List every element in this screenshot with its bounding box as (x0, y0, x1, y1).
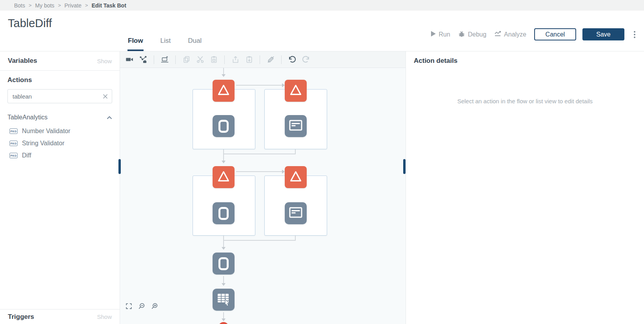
record-video-icon[interactable] (125, 55, 134, 64)
copy-icon[interactable] (182, 55, 191, 64)
error-handler-node[interactable] (285, 80, 307, 102)
paste-icon[interactable] (209, 55, 218, 64)
capture-process-icon[interactable] (139, 55, 147, 64)
triggers-show-link[interactable]: Show (97, 313, 112, 320)
toolbar-separator (224, 55, 225, 64)
kebab-menu-icon[interactable] (631, 29, 638, 40)
debug-button[interactable]: Debug (458, 30, 486, 39)
actions-title: Actions (7, 76, 112, 84)
flow-arrowhead (222, 283, 226, 286)
canvas-toolbar (120, 51, 406, 68)
flow-diagram (120, 68, 406, 324)
variables-section: Variables Show (0, 51, 120, 71)
action-details-empty-message: Select an action in the flow or list vie… (414, 98, 636, 104)
flow-connector (223, 236, 224, 247)
page-title: TableDiff (8, 17, 52, 30)
run-button[interactable]: Run (430, 31, 450, 38)
end-error-node[interactable] (218, 322, 229, 324)
breadcrumb-current: Edit Task Bot (91, 2, 126, 9)
tab-list[interactable]: List (160, 37, 171, 51)
cancel-button[interactable]: Cancel (534, 28, 576, 40)
step-node[interactable] (213, 253, 235, 275)
flow-arrowhead (282, 170, 285, 174)
step-icon (218, 257, 229, 270)
undo-icon[interactable] (288, 55, 297, 64)
message-box-node[interactable] (285, 115, 307, 137)
view-tabs: Flow List Dual (127, 37, 202, 51)
package-icon: PKG (9, 128, 18, 134)
clear-x-icon[interactable] (102, 93, 109, 100)
flow-connector (224, 154, 296, 154)
error-triangle-icon (216, 82, 231, 99)
message-box-node[interactable] (285, 202, 307, 224)
left-panel: Variables Show Actions TableAnalytics PK… (0, 51, 120, 324)
error-handler-node[interactable] (213, 80, 235, 102)
variables-title: Variables (8, 57, 37, 65)
step-node[interactable] (213, 115, 235, 137)
flow-arrowhead (222, 319, 226, 321)
step-icon (218, 207, 229, 220)
toolbar-separator (154, 55, 154, 64)
action-item-label: String Validator (22, 140, 64, 147)
run-label: Run (439, 31, 450, 38)
breadcrumb-item-bots[interactable]: Bots (14, 2, 25, 9)
action-item-number-validator[interactable]: PKG Number Validator (7, 126, 112, 136)
action-details-panel: Action details Select an action in the f… (406, 51, 644, 324)
bot-editor-page: Bots > My bots > Private > Edit Task Bot… (0, 0, 644, 324)
flow-arrowhead (222, 74, 226, 77)
redo-icon[interactable] (302, 55, 310, 64)
flow-connector (236, 85, 282, 86)
action-details-title: Action details (414, 57, 636, 65)
debug-label: Debug (468, 31, 486, 38)
triggers-section: Triggers Show (0, 309, 120, 324)
cut-icon[interactable] (196, 55, 204, 64)
play-icon (430, 31, 436, 38)
toolbar-separator (260, 55, 260, 64)
package-icon: PKG (9, 153, 18, 158)
toolbar-separator (175, 55, 176, 64)
error-handler-node[interactable] (213, 166, 235, 188)
package-group-tableanalytics[interactable]: TableAnalytics (7, 114, 112, 121)
flow-connector (236, 171, 282, 172)
error-triangle-icon (216, 168, 231, 186)
header: TableDiff Flow List Dual Run Debu (0, 11, 644, 51)
actions-search-input[interactable] (7, 89, 112, 103)
zoom-out-icon[interactable] (138, 302, 146, 310)
flow-arrowhead (222, 161, 226, 163)
toolbar-separator (281, 55, 282, 64)
breadcrumb-item-private[interactable]: Private (64, 2, 82, 9)
analyze-button[interactable]: Analyze (494, 31, 526, 38)
ai-suggest-icon[interactable] (160, 55, 169, 64)
action-item-label: Diff (22, 152, 31, 159)
flow-connector (223, 149, 224, 161)
tab-flow[interactable]: Flow (127, 37, 144, 51)
edit-disabled-icon[interactable] (266, 55, 275, 64)
breadcrumb-item-my-bots[interactable]: My bots (35, 2, 55, 9)
paste-into-icon[interactable] (245, 55, 253, 64)
breadcrumb: Bots > My bots > Private > Edit Task Bot (0, 0, 644, 11)
breadcrumb-separator: > (58, 2, 61, 8)
breadcrumb-separator: > (29, 2, 32, 8)
left-panel-resize-handle[interactable] (118, 159, 121, 174)
message-box-icon (285, 201, 307, 225)
zoom-in-icon[interactable] (151, 302, 158, 310)
tab-dual[interactable]: Dual (187, 37, 202, 51)
package-group-name: TableAnalytics (7, 114, 47, 121)
variables-show-link[interactable]: Show (97, 58, 112, 64)
error-handler-node[interactable] (285, 166, 307, 188)
save-button[interactable]: Save (582, 28, 624, 40)
flow-arrowhead (282, 83, 285, 87)
step-icon (218, 120, 229, 133)
analyze-label: Analyze (504, 31, 526, 38)
right-panel-resize-handle[interactable] (403, 159, 406, 174)
step-node[interactable] (213, 202, 235, 224)
action-item-diff[interactable]: PKG Diff (7, 151, 112, 160)
header-actions: Run Debug Analyze Cancel (430, 28, 638, 40)
bug-icon (458, 30, 465, 39)
action-item-string-validator[interactable]: PKG String Validator (7, 139, 112, 148)
chevron-up-icon[interactable] (107, 114, 112, 121)
share-icon[interactable] (231, 55, 240, 64)
package-icon: PKG (9, 141, 18, 146)
fit-to-screen-icon[interactable] (125, 302, 133, 310)
data-table-node[interactable] (213, 289, 235, 311)
